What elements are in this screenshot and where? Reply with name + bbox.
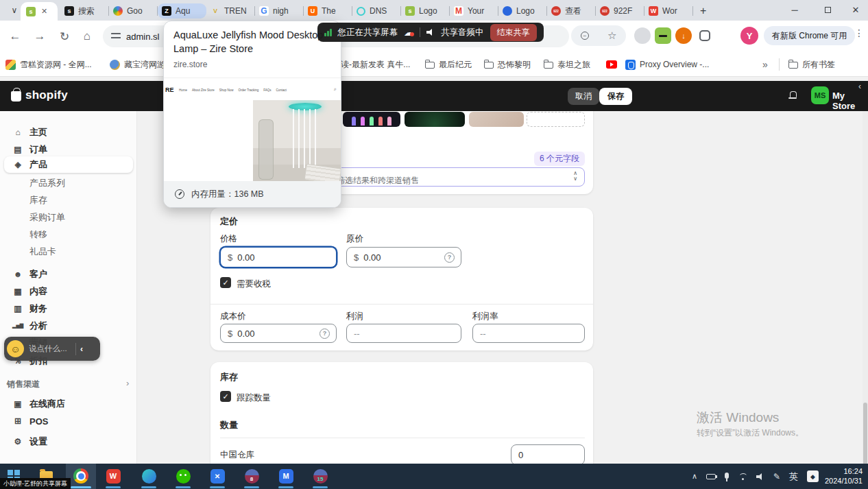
mail-app-button[interactable] (140, 467, 158, 485)
track-quantity-checkbox-checked[interactable]: ✓ (220, 391, 231, 402)
wechat-button[interactable] (174, 467, 192, 485)
sidebar-item-home[interactable]: ⌂主页 (4, 124, 133, 141)
sidebar-item-settings[interactable]: ⚙设置 (4, 433, 133, 450)
help-icon[interactable]: ? (320, 329, 330, 339)
bookmark-star-icon[interactable]: ☆ (607, 29, 616, 42)
media-thumbnail-3[interactable] (469, 112, 524, 127)
tray-expand-chevron-icon[interactable]: ∧ (692, 472, 697, 481)
scrollbar-track[interactable] (863, 111, 868, 464)
extension-green-icon[interactable] (655, 27, 671, 44)
input-language-indicator[interactable]: 英 (789, 470, 798, 483)
tab-tren[interactable]: VTREN (206, 3, 255, 19)
bookmark-zangbaowan[interactable]: 藏宝湾网游 (110, 58, 165, 71)
tab-close-icon[interactable]: ✕ (41, 7, 47, 16)
tab-google[interactable]: Goo (109, 3, 158, 19)
chat-input[interactable]: 说点什么... (29, 344, 75, 354)
volume-icon[interactable] (756, 473, 764, 481)
site-settings-icon[interactable] (111, 33, 121, 40)
tab-922[interactable]: 922922F (596, 3, 644, 19)
smiley-avatar-icon[interactable]: ☺ (7, 340, 24, 357)
media-thumbnail-2[interactable] (405, 112, 465, 127)
bookmark-youtube[interactable] (606, 58, 617, 71)
help-icon[interactable]: ? (444, 252, 455, 263)
sidebar-item-gift-cards[interactable]: 礼品卡 (4, 243, 133, 260)
sidebar-item-online-store[interactable]: ▣在线商店 (4, 396, 133, 412)
profit-input[interactable]: -- (346, 324, 461, 343)
active-tab[interactable]: s ✕ (21, 2, 58, 21)
tab-dns[interactable]: DNS (352, 3, 401, 19)
tab-night[interactable]: Gnigh (255, 3, 304, 19)
sidebar-item-products-active[interactable]: ◈产品 (4, 156, 133, 173)
app-badge-8-button[interactable]: 8 (243, 467, 261, 485)
bookmark-folder-lastepoch[interactable]: 最后纪元 (425, 58, 472, 71)
reload-button[interactable]: ↻ (55, 27, 74, 46)
sidebar-item-collections[interactable]: 产品系列 (4, 175, 133, 191)
close-window-button[interactable]: ✕ (843, 0, 868, 20)
tab-word[interactable]: WWor (644, 3, 693, 19)
bookmark-latest-posts[interactable]: 读-最新发表 真牛... (341, 58, 410, 71)
store-avatar[interactable]: MS (811, 86, 829, 104)
tab-logo-shopify[interactable]: sLogo (401, 3, 450, 19)
tab-the[interactable]: UThe (304, 3, 352, 19)
sidebar-item-inventory[interactable]: 库存 (4, 192, 133, 208)
chrome-button[interactable] (72, 467, 90, 485)
compare-price-input[interactable]: $ 0.00 ? (346, 247, 461, 267)
notifications-bell-icon[interactable] (788, 91, 797, 100)
channels-chevron-icon[interactable]: › (126, 378, 129, 388)
forward-button[interactable]: → (30, 27, 49, 46)
sidebar-item-purchase-orders[interactable]: 采购订单 (4, 209, 133, 226)
x-app-button[interactable]: ✕ (208, 467, 226, 485)
media-add-placeholder[interactable] (527, 112, 585, 127)
tax-checkbox-checked[interactable]: ✓ (220, 277, 231, 288)
sidebar-item-orders[interactable]: ▤订单 (4, 141, 133, 158)
taskbar-clock[interactable]: 16:24 2024/10/31 (825, 466, 863, 486)
meeting-app-button[interactable]: M (277, 467, 295, 485)
sidebar-item-content[interactable]: ▦内容 (4, 283, 133, 300)
sidebar-item-transfers[interactable]: 转移 (4, 226, 133, 243)
end-share-button[interactable]: 结束共享 (490, 24, 537, 41)
extensions-puzzle-icon[interactable] (697, 27, 713, 44)
price-input[interactable]: $ 0.00 (220, 247, 337, 267)
tray-app-icon[interactable]: ◆ (807, 470, 819, 482)
tab-search-shopify[interactable]: s搜索 (60, 3, 109, 19)
bookmark-folder-grimdawn[interactable]: 恐怖黎明 (484, 58, 531, 71)
zoom-out-icon[interactable]: − (581, 32, 589, 40)
sidebar-item-customers[interactable]: ☻客户 (4, 266, 133, 283)
bookmark-xuegao[interactable]: 雪糕资源网 - 全网... (5, 58, 92, 71)
chat-collapse-icon[interactable]: ‹ (80, 344, 83, 354)
cost-input[interactable]: $ 0.00 ? (220, 324, 337, 343)
bookmark-all-bookmarks[interactable]: 所有书签 (788, 58, 835, 71)
metafields-link[interactable]: 6 个元字段 (534, 152, 585, 166)
battery-icon[interactable] (706, 474, 716, 479)
tab-search-chevron-icon[interactable]: ∨ (7, 3, 22, 17)
wifi-icon[interactable] (738, 473, 747, 480)
tab-logo-blue[interactable]: Logo (498, 3, 547, 19)
bookmark-folder-titanquest[interactable]: 泰坦之旅 (544, 58, 590, 71)
home-button[interactable]: ⌂ (77, 27, 97, 46)
sidebar-item-finances[interactable]: ▥财务 (4, 300, 133, 317)
bookmarks-overflow-chevron[interactable]: » (762, 58, 768, 71)
media-thumbnail-1[interactable] (343, 112, 400, 127)
profile-avatar[interactable]: Y (740, 27, 758, 45)
microphone-icon[interactable] (725, 473, 729, 479)
minimize-button[interactable]: ─ (780, 0, 809, 20)
extension-link-icon[interactable] (634, 27, 651, 44)
quantity-input[interactable]: 0 (511, 444, 585, 465)
margin-input[interactable]: -- (472, 324, 585, 343)
save-button[interactable]: 保存 (599, 88, 632, 105)
tab-aqualuxe-hovered[interactable]: ZAqu (158, 3, 206, 19)
cancel-button[interactable]: 取消 (568, 88, 599, 105)
chrome-update-button[interactable]: 有新版 Chrome 可用 (764, 26, 855, 45)
sidebar-item-pos[interactable]: ⊞POS (4, 413, 133, 429)
wps-button[interactable]: W (104, 467, 122, 485)
maximize-button[interactable] (813, 0, 842, 20)
extension-cloud-download-icon[interactable]: ↓ (675, 27, 692, 44)
browser-menu-icon[interactable]: ⋮ (854, 27, 864, 38)
sidebar-item-analytics[interactable]: ▂▅▇分析 (4, 318, 133, 334)
bookmark-proxy-overview[interactable]: Proxy Overview -... (625, 58, 709, 71)
pen-icon[interactable]: ✎ (773, 472, 780, 481)
tab-gmail[interactable]: MYour (450, 3, 498, 19)
app-badge-15-button[interactable]: 15 (311, 467, 329, 485)
tab-922-view[interactable]: 922查看 (547, 3, 596, 19)
new-tab-button[interactable]: + (696, 3, 716, 19)
